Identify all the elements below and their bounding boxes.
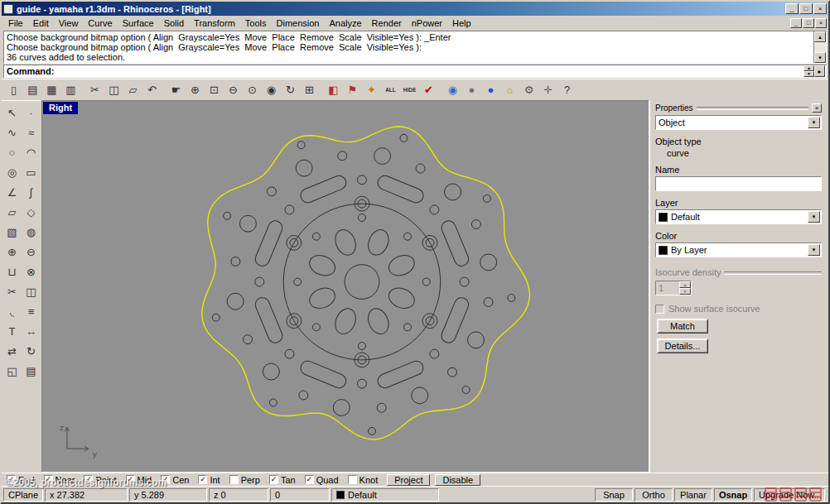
scroll-track[interactable]: [814, 42, 826, 52]
osnap-checkbox-end[interactable]: ✓: [7, 475, 16, 484]
command-more-button[interactable]: ▸: [814, 65, 825, 77]
zoom-dynamic-button[interactable]: ⊕: [186, 81, 205, 98]
open-file-button[interactable]: ▤: [23, 81, 42, 98]
explode-tool-button[interactable]: ⊗: [22, 262, 41, 281]
single-point-button[interactable]: ∙: [22, 103, 41, 122]
project-button[interactable]: Project: [387, 474, 430, 486]
restore-button[interactable]: □: [799, 3, 813, 14]
menu-item-analyze[interactable]: Analyze: [324, 17, 366, 29]
menu-item-dimension[interactable]: Dimension: [272, 17, 325, 29]
command-input[interactable]: [56, 65, 803, 77]
shade-mode-button[interactable]: ◧: [324, 81, 343, 98]
help-button[interactable]: ?: [557, 81, 577, 98]
ellipse-tool-button[interactable]: ◎: [2, 162, 22, 182]
viewport-canvas[interactable]: z y: [42, 101, 649, 472]
cplane-button[interactable]: CPlane: [3, 488, 43, 502]
chevron-down-icon[interactable]: ▼: [808, 211, 820, 223]
copy-button[interactable]: ◫: [104, 81, 123, 98]
osnap-item-quad[interactable]: ✓Quad: [305, 475, 339, 485]
command-scrollbar[interactable]: ▲ ▼: [813, 31, 826, 63]
command-spinner[interactable]: ▲ ▼: [803, 65, 814, 77]
move-tool-button[interactable]: ⇄: [2, 341, 22, 361]
osnap-checkbox-quad[interactable]: ✓: [305, 475, 314, 484]
osnap-checkbox-perp[interactable]: [229, 475, 239, 484]
circle-tool-button[interactable]: ○: [2, 142, 22, 162]
zoom-selected-button[interactable]: ◉: [262, 81, 281, 98]
select-pointer-button[interactable]: ↖: [2, 103, 22, 122]
arc-tool-button[interactable]: ◠: [22, 142, 41, 162]
status-pane-planar[interactable]: Planar: [674, 488, 712, 502]
osnap-checkbox-tan[interactable]: ✓: [269, 475, 278, 484]
chevron-down-icon[interactable]: ▼: [808, 244, 820, 256]
properties-close-button[interactable]: ×: [812, 103, 822, 113]
menu-item-npower[interactable]: nPower: [407, 17, 447, 29]
osnap-item-end[interactable]: ✓End: [7, 475, 35, 485]
render-sphere-gray-button[interactable]: ●: [462, 81, 481, 98]
chevron-down-icon[interactable]: ▼: [808, 117, 820, 128]
name-input[interactable]: [655, 176, 822, 191]
boolean-difference-button[interactable]: ⊖: [22, 242, 41, 262]
osnap-item-perp[interactable]: Perp: [229, 475, 260, 485]
scroll-up-button[interactable]: ▲: [814, 31, 826, 42]
osnap-checkbox-mid[interactable]: ✓: [126, 475, 135, 484]
osnap-checkbox-cen[interactable]: ✓: [161, 475, 170, 484]
gear-button[interactable]: ⚙: [519, 81, 538, 98]
rotate-tool-button[interactable]: ↻: [22, 341, 41, 361]
osnap-checkbox-point[interactable]: ✓: [84, 475, 93, 484]
undo-button[interactable]: ↶: [142, 81, 162, 98]
paste-button[interactable]: ▱: [123, 81, 142, 98]
helix-tool-button[interactable]: ∫: [22, 182, 41, 202]
box-tool-button[interactable]: ▧: [2, 222, 22, 242]
menu-item-tools[interactable]: Tools: [240, 17, 272, 29]
dimension-tool-button[interactable]: ↔: [22, 321, 41, 341]
menu-item-solid[interactable]: Solid: [159, 17, 189, 29]
close-button[interactable]: ×: [813, 3, 827, 14]
render-sphere-blue-button[interactable]: ●: [481, 81, 500, 98]
menu-item-help[interactable]: Help: [447, 17, 476, 29]
osnap-item-mid[interactable]: ✓Mid: [126, 475, 152, 485]
rectangle-tool-button[interactable]: ▭: [22, 162, 41, 182]
mdi-restore-button[interactable]: □: [803, 18, 814, 28]
select-all-button[interactable]: ALL: [381, 81, 400, 98]
osnap-item-int[interactable]: ✓Int: [198, 475, 220, 485]
menu-item-render[interactable]: Render: [367, 17, 407, 29]
join-tool-button[interactable]: ⊔: [2, 262, 22, 281]
menu-item-surface[interactable]: Surface: [118, 17, 159, 29]
polyline-tool-button[interactable]: ∠: [2, 182, 22, 202]
offset-tool-button[interactable]: ≡: [22, 301, 41, 321]
sphere-tool-button[interactable]: ◍: [22, 222, 41, 242]
lamp-button[interactable]: ☼: [500, 81, 519, 98]
current-layer-cell[interactable]: Default: [331, 488, 439, 502]
color-wheel-button[interactable]: ◉: [443, 81, 462, 98]
minimize-button[interactable]: _: [785, 3, 799, 14]
status-pane-snap[interactable]: Snap: [595, 488, 633, 502]
interpolate-curve-button[interactable]: ≈: [22, 122, 41, 142]
upgrade-button[interactable]: Upgrade Now...: [754, 488, 825, 502]
surface-tool-button[interactable]: ▱: [2, 202, 22, 222]
osnap-item-cen[interactable]: ✓Cen: [161, 475, 189, 485]
scroll-down-button[interactable]: ▼: [814, 52, 826, 63]
trim-tool-button[interactable]: ✂: [2, 281, 22, 301]
status-pane-ortho[interactable]: Ortho: [635, 488, 673, 502]
zoom-out-button[interactable]: ⊖: [224, 81, 243, 98]
surface-from-curves-button[interactable]: ◇: [22, 202, 41, 222]
layer-grid-button[interactable]: ⊞: [300, 81, 319, 98]
status-pane-osnap[interactable]: Osnap: [714, 488, 752, 502]
mdi-close-button[interactable]: ×: [815, 18, 827, 28]
color-select[interactable]: By Layer ▼: [655, 242, 822, 257]
viewport[interactable]: Right z y: [41, 100, 649, 473]
rotate-view-button[interactable]: ↻: [281, 81, 300, 98]
command-history[interactable]: Choose background bitmap option ( Align …: [4, 31, 813, 63]
details-button[interactable]: Details...: [657, 338, 708, 353]
mdi-minimize-button[interactable]: _: [790, 18, 802, 28]
osnap-item-tan[interactable]: ✓Tan: [269, 475, 296, 485]
cut-button[interactable]: ✂: [85, 81, 104, 98]
osnap-item-knot[interactable]: Knot: [348, 475, 379, 485]
save-button[interactable]: ▦: [42, 81, 61, 98]
title-bar[interactable]: guide - yamaha r1.3dm - Rhinoceros - [Ri…: [2, 2, 828, 16]
split-tool-button[interactable]: ◫: [22, 281, 41, 301]
hide-objects-button[interactable]: HIDE: [400, 81, 419, 98]
gumball-button[interactable]: ✛: [538, 81, 557, 98]
match-button[interactable]: Match: [657, 319, 708, 334]
spin-down-button[interactable]: ▼: [803, 71, 814, 77]
